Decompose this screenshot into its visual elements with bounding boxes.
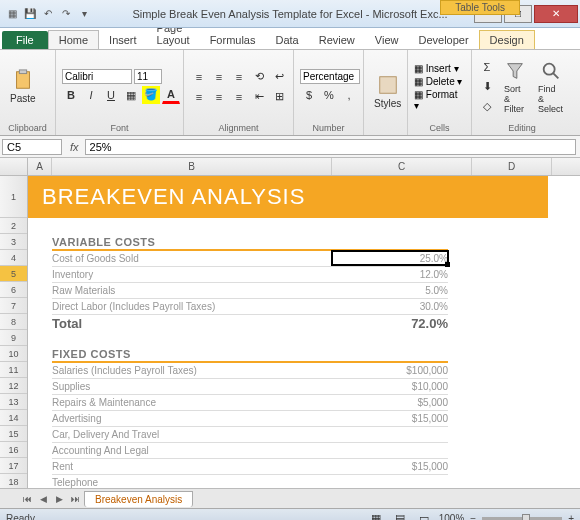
col-header[interactable]: A <box>28 158 52 175</box>
percent-icon[interactable]: % <box>320 86 338 104</box>
fx-icon[interactable]: fx <box>64 141 85 153</box>
table-row: Telephone <box>52 475 448 488</box>
tab-review[interactable]: Review <box>309 31 365 49</box>
row-header[interactable]: 4 <box>0 250 27 266</box>
table-row: Cost of Goods Sold25.0% <box>52 251 448 267</box>
status-bar: Ready ▦ ▤ ▭ 100% − + <box>0 508 580 520</box>
merge-icon[interactable]: ⊞ <box>270 88 288 106</box>
align-bottom-icon[interactable]: ≡ <box>230 68 248 86</box>
worksheet[interactable]: A B C D 1 2 3 4 5 6 7 8 9 10 11 12 13 14… <box>0 158 580 488</box>
table-row: Car, Delivery And Travel <box>52 427 448 443</box>
tab-design[interactable]: Design <box>479 30 535 49</box>
tab-data[interactable]: Data <box>265 31 308 49</box>
undo-icon[interactable]: ↶ <box>40 6 56 22</box>
title-bar: ▦ 💾 ↶ ↷ ▾ Simple Break Even Analysis Tem… <box>0 0 580 28</box>
currency-icon[interactable]: $ <box>300 86 318 104</box>
number-format-select[interactable] <box>300 69 360 84</box>
tab-nav-last-icon[interactable]: ⏭ <box>68 494 82 504</box>
align-middle-icon[interactable]: ≡ <box>210 68 228 86</box>
tab-nav-prev-icon[interactable]: ◀ <box>36 494 50 504</box>
select-all-corner[interactable] <box>0 158 28 175</box>
save-icon[interactable]: 💾 <box>22 6 38 22</box>
paste-button[interactable]: Paste <box>6 67 40 106</box>
row-header[interactable]: 15 <box>0 426 27 442</box>
formula-input[interactable] <box>85 139 576 155</box>
ribbon-tabs: File Home Insert Page Layout Formulas Da… <box>0 28 580 50</box>
row-header[interactable]: 10 <box>0 346 27 362</box>
col-header[interactable]: B <box>52 158 332 175</box>
zoom-level[interactable]: 100% <box>439 513 465 520</box>
qat-dropdown-icon[interactable]: ▾ <box>76 6 92 22</box>
row-header[interactable]: 16 <box>0 442 27 458</box>
align-top-icon[interactable]: ≡ <box>190 68 208 86</box>
view-pagebreak-icon[interactable]: ▭ <box>415 510 433 521</box>
fill-icon[interactable]: ⬇ <box>478 78 496 96</box>
fill-color-button[interactable]: 🪣 <box>142 86 160 104</box>
align-center-icon[interactable]: ≡ <box>210 88 228 106</box>
sheet-tab[interactable]: Breakeven Analysis <box>84 491 193 507</box>
group-clipboard-label: Clipboard <box>6 121 49 133</box>
banner-title: BREAKEVEN ANALYSIS <box>28 176 548 218</box>
format-cells-button[interactable]: ▦ Format ▾ <box>414 89 465 111</box>
tab-nav-next-icon[interactable]: ▶ <box>52 494 66 504</box>
row-header[interactable]: 5 <box>0 266 27 282</box>
wrap-text-icon[interactable]: ↩ <box>270 68 288 86</box>
row-header[interactable]: 7 <box>0 298 27 314</box>
tab-developer[interactable]: Developer <box>408 31 478 49</box>
name-box[interactable] <box>2 139 62 155</box>
zoom-in-button[interactable]: + <box>568 513 574 520</box>
tab-formulas[interactable]: Formulas <box>200 31 266 49</box>
font-name-select[interactable] <box>62 69 132 84</box>
zoom-out-button[interactable]: − <box>470 513 476 520</box>
row-header[interactable]: 8 <box>0 314 27 330</box>
variable-costs-heading: VARIABLE COSTS <box>52 236 155 248</box>
view-normal-icon[interactable]: ▦ <box>367 510 385 521</box>
tab-home[interactable]: Home <box>48 30 99 49</box>
indent-left-icon[interactable]: ⇤ <box>250 88 268 106</box>
row-header[interactable]: 6 <box>0 282 27 298</box>
align-left-icon[interactable]: ≡ <box>190 88 208 106</box>
row-header[interactable]: 13 <box>0 394 27 410</box>
sort-filter-button[interactable]: Sort & Filter <box>500 58 530 116</box>
delete-cells-button[interactable]: ▦ Delete ▾ <box>414 76 465 87</box>
tab-file[interactable]: File <box>2 31 48 49</box>
underline-button[interactable]: U <box>102 86 120 104</box>
border-button[interactable]: ▦ <box>122 86 140 104</box>
orientation-icon[interactable]: ⟲ <box>250 68 268 86</box>
row-header[interactable]: 18 <box>0 474 27 488</box>
bold-button[interactable]: B <box>62 86 80 104</box>
row-header[interactable]: 9 <box>0 330 27 346</box>
tab-view[interactable]: View <box>365 31 409 49</box>
close-button[interactable]: ✕ <box>534 5 578 23</box>
comma-icon[interactable]: , <box>340 86 358 104</box>
tab-nav-first-icon[interactable]: ⏮ <box>20 494 34 504</box>
svg-rect-2 <box>379 77 396 94</box>
row-header[interactable]: 3 <box>0 234 27 250</box>
view-layout-icon[interactable]: ▤ <box>391 510 409 521</box>
row-header[interactable]: 2 <box>0 218 27 234</box>
find-select-button[interactable]: Find & Select <box>534 58 567 116</box>
row-header[interactable]: 11 <box>0 362 27 378</box>
group-alignment-label: Alignment <box>190 121 287 133</box>
table-row: Rent$15,000 <box>52 459 448 475</box>
svg-rect-1 <box>19 70 26 74</box>
col-header[interactable]: D <box>472 158 552 175</box>
col-header[interactable]: C <box>332 158 472 175</box>
row-header[interactable]: 1 <box>0 176 27 218</box>
group-font-label: Font <box>62 121 177 133</box>
styles-button[interactable]: Styles <box>370 72 405 111</box>
italic-button[interactable]: I <box>82 86 100 104</box>
row-header[interactable]: 14 <box>0 410 27 426</box>
font-color-button[interactable]: A <box>162 86 180 104</box>
zoom-slider[interactable] <box>482 517 562 521</box>
autosum-icon[interactable]: Σ <box>478 58 496 76</box>
font-size-select[interactable] <box>134 69 162 84</box>
group-cells-label: Cells <box>414 121 465 133</box>
insert-cells-button[interactable]: ▦ Insert ▾ <box>414 63 465 74</box>
row-header[interactable]: 17 <box>0 458 27 474</box>
clear-icon[interactable]: ◇ <box>478 98 496 116</box>
align-right-icon[interactable]: ≡ <box>230 88 248 106</box>
tab-insert[interactable]: Insert <box>99 31 147 49</box>
row-header[interactable]: 12 <box>0 378 27 394</box>
redo-icon[interactable]: ↷ <box>58 6 74 22</box>
